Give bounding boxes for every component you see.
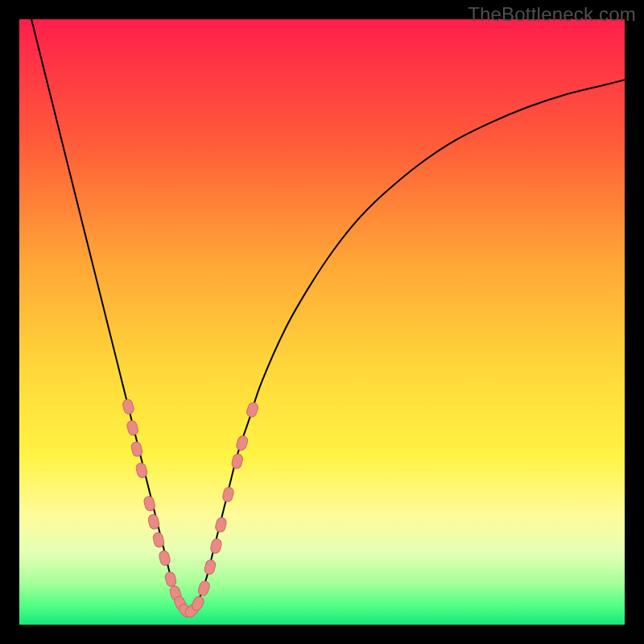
outer-frame: TheBottleneck.com	[0, 0, 644, 644]
plot-area	[19, 19, 625, 625]
watermark-text: TheBottleneck.com	[468, 3, 636, 26]
chart-svg	[19, 19, 625, 625]
gradient-background	[19, 19, 625, 625]
